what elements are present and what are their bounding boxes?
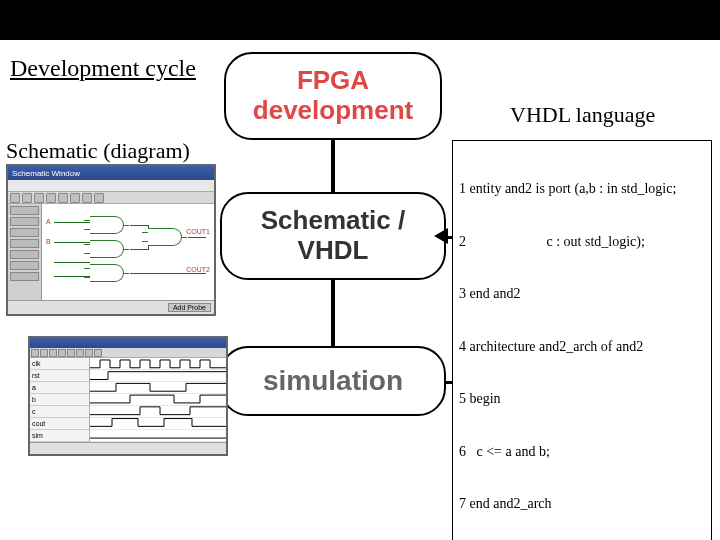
- palette-swatch: [10, 228, 39, 237]
- heading-vhdl-language: VHDL language: [510, 102, 655, 128]
- schematic-window-title: Schematic Window: [12, 169, 80, 178]
- toolbar-icon: [46, 193, 56, 203]
- logic-gate-icon: [90, 264, 124, 282]
- schematic-window-toolbar: [8, 192, 214, 204]
- palette-swatch: [10, 239, 39, 248]
- pin-label-cout2: COUT2: [186, 266, 210, 273]
- add-probe-button[interactable]: Add Probe: [168, 303, 211, 312]
- pin-label-cout1: COUT1: [186, 228, 210, 235]
- bubble-simulation: simulation: [220, 346, 446, 416]
- schematic-editor-thumbnail: Schematic Window A: [6, 164, 216, 316]
- sim-signal-row: clk: [30, 358, 89, 370]
- schematic-window-menubar: [8, 180, 214, 192]
- sim-window-titlebar: [30, 338, 226, 348]
- bubble-fpga-line1: FPGA: [253, 66, 413, 96]
- bubble-schematic-vhdl: Schematic / VHDL: [220, 192, 446, 280]
- bubble-schematic-line2: VHDL: [261, 236, 406, 266]
- vhdl-code-line: 7 end and2_arch: [459, 495, 705, 513]
- schematic-window-statusbar: Add Probe: [8, 300, 214, 314]
- pin-label-a: A: [46, 218, 51, 225]
- palette-swatch: [10, 206, 39, 215]
- schematic-window-titlebar: Schematic Window: [8, 166, 214, 180]
- toolbar-icon: [10, 193, 20, 203]
- vhdl-code-line: 1 entity and2 is port (a,b : in std_logi…: [459, 180, 705, 198]
- toolbar-icon: [67, 349, 75, 357]
- heading-schematic-diagram: Schematic (diagram): [6, 138, 190, 164]
- sim-signal-row: a: [30, 382, 89, 394]
- connector-top: [331, 140, 335, 192]
- wire: [54, 222, 90, 223]
- wire: [54, 242, 90, 243]
- toolbar-icon: [22, 193, 32, 203]
- palette-swatch: [10, 261, 39, 270]
- vhdl-code-line: 3 end and2: [459, 285, 705, 303]
- wire: [54, 262, 90, 263]
- bubble-simulation-label: simulation: [263, 365, 403, 397]
- logic-gate-icon: [90, 240, 124, 258]
- wire: [130, 225, 148, 226]
- bubble-schematic-line1: Schematic /: [261, 206, 406, 236]
- vhdl-code-box: 1 entity and2 is port (a,b : in std_logi…: [452, 140, 712, 540]
- top-black-bar: [0, 0, 720, 40]
- toolbar-icon: [76, 349, 84, 357]
- sim-signal-row: b: [30, 394, 89, 406]
- vhdl-code-line: 4 architecture and2_arch of and2: [459, 338, 705, 356]
- pin-label-b: B: [46, 238, 51, 245]
- sim-signal-row: sim: [30, 430, 89, 442]
- toolbar-icon: [58, 193, 68, 203]
- heading-dev-cycle: Development cycle: [10, 55, 196, 82]
- wire: [188, 237, 206, 238]
- sim-wave-area: [90, 358, 226, 442]
- connector-mid: [331, 280, 335, 346]
- sim-signal-names: clk rst a b c cout sim: [30, 358, 90, 442]
- sim-window-statusbar: [30, 442, 226, 454]
- bubble-fpga-line2: development: [253, 96, 413, 126]
- toolbar-icon: [94, 349, 102, 357]
- vhdl-code-line: 5 begin: [459, 390, 705, 408]
- sim-signal-row: c: [30, 406, 89, 418]
- wire: [130, 249, 148, 250]
- toolbar-icon: [85, 349, 93, 357]
- schematic-canvas: A B COUT1 COUT2: [42, 204, 214, 300]
- sim-window-toolbar: [30, 348, 226, 358]
- palette-swatch: [10, 250, 39, 259]
- vhdl-code-line: 2 c : out std_logic);: [459, 233, 705, 251]
- vhdl-code-line: 6 c <= a and b;: [459, 443, 705, 461]
- logic-gate-icon: [148, 228, 182, 246]
- toolbar-icon: [70, 193, 80, 203]
- toolbar-icon: [94, 193, 104, 203]
- wire: [130, 273, 206, 274]
- toolbar-icon: [58, 349, 66, 357]
- bubble-fpga-development: FPGA development: [224, 52, 442, 140]
- sim-signal-row: cout: [30, 418, 89, 430]
- toolbar-icon: [49, 349, 57, 357]
- palette-swatch: [10, 272, 39, 281]
- toolbar-icon: [31, 349, 39, 357]
- schematic-palette: [8, 204, 42, 300]
- toolbar-icon: [82, 193, 92, 203]
- logic-gate-icon: [90, 216, 124, 234]
- sim-signal-row: rst: [30, 370, 89, 382]
- toolbar-icon: [34, 193, 44, 203]
- loop-back-arrowhead: [434, 228, 448, 244]
- palette-swatch: [10, 217, 39, 226]
- simulation-window-thumbnail: clk rst a b c cout sim: [28, 336, 228, 456]
- toolbar-icon: [40, 349, 48, 357]
